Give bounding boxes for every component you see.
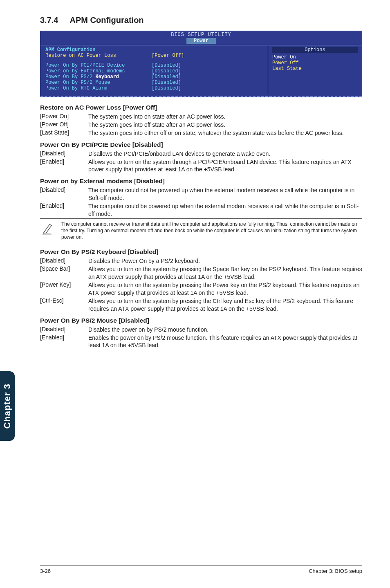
section-number: 3.7.4 — [40, 16, 58, 25]
definition-desc: The system goes into off state after an … — [88, 121, 225, 129]
definition-row: [Space Bar]Allows you to turn on the sys… — [40, 265, 362, 281]
definition-term: [Power Key] — [40, 281, 88, 297]
bios-setup-box: BIOS SETUP UTILITY Power APM Configurati… — [40, 31, 362, 97]
note-box: The computer cannot receive or transmit … — [40, 221, 362, 240]
definition-term: [Power Off] — [40, 121, 88, 129]
definition-row: [Disabled]Disables the power on by PS/2 … — [40, 326, 362, 334]
subsection-heading: Power On By PS/2 Keyboard [Disabled] — [40, 248, 362, 256]
definition-desc: The computer could be powered up when th… — [88, 202, 362, 218]
definition-term: [Disabled] — [40, 257, 88, 265]
bios-restore-label: Restore on AC Power Loss — [45, 53, 152, 58]
definition-row: [Power Key]Allows you to turn on the sys… — [40, 281, 362, 297]
section-title: APM Configuration — [69, 16, 143, 25]
definition-row: [Disabled]Disallows the PCI/PCIE/onboard… — [40, 150, 362, 158]
definition-desc: Allows you to turn on the system by pres… — [88, 265, 362, 281]
bios-item-label: Power on by External modems — [45, 68, 152, 74]
subsection-heading: Power On By PS/2 Mouse [Disabled] — [40, 317, 362, 324]
bios-options-heading: Options — [272, 47, 358, 53]
bios-section-title: APM Configuration — [45, 47, 263, 53]
definition-row: [Enabled]Allows you to turn on the syste… — [40, 158, 362, 174]
pencil-icon — [40, 221, 56, 238]
bios-item-value: [Disabled] — [152, 85, 181, 91]
definition-desc: The system goes into on state after an A… — [88, 113, 225, 121]
definition-desc: Allows you to turn on the system by pres… — [88, 281, 362, 297]
definition-row: [Disabled]Disables the Power On by a PS/… — [40, 257, 362, 265]
footer-chapter: Chapter 3: BIOS setup — [309, 568, 362, 574]
definition-term: [Enabled] — [40, 158, 88, 174]
definition-desc: Enables the power on by PS/2 mouse funct… — [88, 334, 362, 350]
definition-term: [Disabled] — [40, 150, 88, 158]
definition-desc: Disables the Power On by a PS/2 keyboard… — [88, 257, 200, 265]
definition-desc: Disables the power on by PS/2 mouse func… — [88, 326, 208, 334]
note-rule — [40, 218, 362, 219]
subsection-heading: Restore on AC Power Loss [Power Off] — [40, 104, 362, 111]
definition-row: [Ctrl-Esc]Allows you to turn on the syst… — [40, 297, 362, 313]
definition-row: [Enabled]The computer could be powered u… — [40, 202, 362, 218]
bios-item-label: Power On By PS/2 Keyboard — [45, 74, 152, 80]
definition-desc: Allows you to turn on the system through… — [88, 158, 362, 174]
chapter-side-label: Chapter 3 — [2, 384, 13, 429]
definition-row: [Disabled]The computer could not be powe… — [40, 186, 362, 202]
bios-option: Power On — [272, 54, 358, 60]
svg-point-0 — [43, 233, 52, 235]
definition-desc: The computer could not be powered up whe… — [88, 186, 362, 202]
definition-term: [Power On] — [40, 113, 88, 121]
bios-title: BIOS SETUP UTILITY — [40, 31, 362, 38]
bios-separator — [40, 96, 362, 97]
note-text: The computer cannot receive or transmit … — [61, 221, 362, 240]
subsection-heading: Power On By PCI/PCIE Device [Disabled] — [40, 141, 362, 148]
definition-term: [Enabled] — [40, 202, 88, 218]
definition-term: [Enabled] — [40, 334, 88, 350]
bios-item-label: Power On By PS/2 Mouse — [45, 80, 152, 85]
definition-desc: The system goes into either off or on st… — [88, 129, 344, 137]
page-footer: 3-26 Chapter 3: BIOS setup — [40, 565, 362, 574]
definition-term: [Disabled] — [40, 186, 88, 202]
definition-term: [Space Bar] — [40, 265, 88, 281]
chapter-side-tab: Chapter 3 — [0, 371, 15, 441]
definition-term: [Ctrl-Esc] — [40, 297, 88, 313]
subsection-heading: Power on by External modems [Disabled] — [40, 177, 362, 185]
section-heading: 3.7.4APM Configuration — [40, 16, 362, 25]
definition-row: [Power Off]The system goes into off stat… — [40, 121, 362, 129]
definition-term: [Last State] — [40, 129, 88, 137]
bios-tab-power: Power — [186, 38, 216, 44]
bios-item-value: [Disabled] — [152, 63, 181, 68]
definition-desc: Disallows the PCI/PCIE/onboard LAN devic… — [88, 150, 270, 158]
note-rule — [40, 244, 362, 244]
bios-item-label: Power On By PCI/PCIE Device — [45, 63, 152, 68]
bios-right-panel: Options Power OnPower OffLast State — [268, 45, 362, 94]
bios-item-value: [Disabled] — [152, 74, 181, 80]
footer-page-number: 3-26 — [40, 568, 51, 574]
definition-term: [Disabled] — [40, 326, 88, 334]
definition-row: [Power On]The system goes into on state … — [40, 113, 362, 121]
bios-option: Last State — [272, 66, 358, 72]
bios-left-panel: APM Configuration Restore on AC Power Lo… — [40, 45, 268, 94]
bios-restore-value: [Power Off] — [152, 53, 184, 58]
bios-tab-row: Power — [40, 38, 362, 45]
definition-row: [Last State]The system goes into either … — [40, 129, 362, 137]
bios-item-value: [Disabled] — [152, 68, 181, 74]
definition-desc: Allows you to turn on the system by pres… — [88, 297, 362, 313]
definition-row: [Enabled]Enables the power on by PS/2 mo… — [40, 334, 362, 350]
bios-item-label: Power On By RTC Alarm — [45, 85, 152, 91]
bios-option: Power Off — [272, 60, 358, 66]
bios-item-value: [Disabled] — [152, 80, 181, 85]
